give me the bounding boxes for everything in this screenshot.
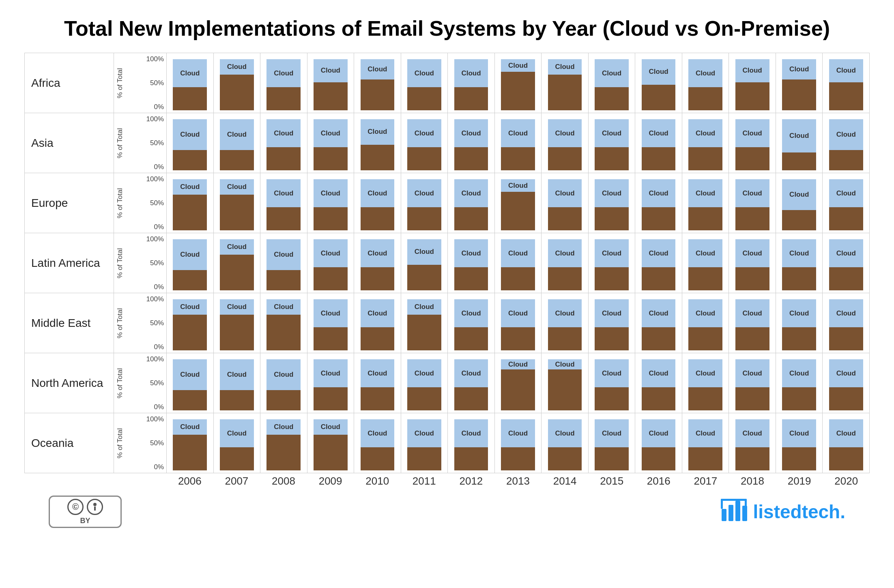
onprem-bar-1-9 — [595, 147, 629, 170]
cloud-bar-4-11: Cloud — [688, 299, 722, 327]
region-label-asia: Asia — [25, 113, 114, 173]
onprem-bar-5-7 — [501, 369, 535, 410]
cloud-bar-5-6: Cloud — [454, 359, 488, 387]
onprem-bar-1-8 — [548, 147, 582, 170]
onprem-bar-0-7 — [501, 72, 535, 110]
cloud-bar-2-2: Cloud — [266, 179, 301, 207]
onprem-bar-0-8 — [548, 75, 582, 110]
bar-cell-2-4: Cloud — [354, 173, 401, 233]
cloud-bar-3-4: Cloud — [361, 239, 395, 267]
onprem-bar-1-6 — [454, 147, 488, 170]
svg-rect-8 — [745, 499, 747, 509]
onprem-bar-1-12 — [735, 147, 769, 170]
cloud-bar-3-7: Cloud — [501, 239, 535, 267]
onprem-bar-5-0 — [173, 390, 207, 410]
bar-cell-3-3: Cloud — [307, 233, 355, 293]
cloud-bar-4-3: Cloud — [314, 299, 348, 327]
bar-cell-3-0: Cloud — [167, 233, 214, 293]
cloud-bar-1-12: Cloud — [735, 119, 769, 147]
bar-cell-2-0: Cloud — [167, 173, 214, 233]
cloud-bar-2-9: Cloud — [595, 179, 629, 207]
cloud-bar-1-14: Cloud — [829, 119, 863, 150]
cloud-bar-0-9: Cloud — [595, 59, 629, 87]
onprem-bar-2-12 — [735, 207, 769, 230]
cloud-bar-4-5: Cloud — [407, 299, 441, 315]
onprem-bar-3-4 — [361, 267, 395, 290]
bar-cell-6-8: Cloud — [542, 413, 589, 473]
cloud-bar-2-3: Cloud — [314, 179, 348, 207]
yaxis-cell-0: % of Total100%50%0% — [114, 53, 167, 113]
bar-cell-0-2: Cloud — [260, 53, 307, 113]
cloud-bar-2-6: Cloud — [454, 179, 488, 207]
svg-rect-2 — [722, 509, 726, 521]
onprem-bar-3-10 — [642, 267, 676, 290]
onprem-bar-4-2 — [266, 315, 301, 350]
bar-cell-6-3: Cloud — [307, 413, 355, 473]
cloud-bar-0-3: Cloud — [314, 59, 348, 82]
onprem-bar-4-7 — [501, 327, 535, 350]
onprem-bar-6-8 — [548, 447, 582, 470]
bar-cell-5-12: Cloud — [729, 353, 776, 413]
bar-cell-2-14: Cloud — [823, 173, 870, 233]
cloud-bar-0-4: Cloud — [361, 59, 395, 79]
onprem-bar-2-0 — [173, 195, 207, 230]
cloud-bar-5-9: Cloud — [595, 359, 629, 387]
cloud-bar-2-4: Cloud — [361, 179, 395, 207]
yaxis-cell-1: % of Total100%50%0% — [114, 113, 167, 173]
bar-cell-6-13: Cloud — [776, 413, 823, 473]
onprem-bar-5-11 — [688, 387, 722, 410]
year-label-2012: 2012 — [448, 475, 495, 487]
onprem-bar-0-13 — [782, 79, 816, 110]
onprem-bar-5-10 — [642, 387, 676, 410]
cloud-bar-5-11: Cloud — [688, 359, 722, 387]
onprem-bar-2-8 — [548, 207, 582, 230]
onprem-bar-4-14 — [829, 327, 863, 350]
bar-cell-1-1: Cloud — [214, 113, 261, 173]
bar-cell-5-11: Cloud — [682, 353, 729, 413]
cloud-bar-6-9: Cloud — [595, 419, 629, 447]
year-row: 2006200720082009201020112012201320142015… — [24, 475, 870, 487]
onprem-bar-5-8 — [548, 369, 582, 410]
cloud-bar-5-8: Cloud — [548, 359, 582, 369]
onprem-bar-0-3 — [314, 82, 348, 110]
bar-cell-0-8: Cloud — [542, 53, 589, 113]
cloud-bar-3-3: Cloud — [314, 239, 348, 267]
bar-cell-4-11: Cloud — [682, 293, 729, 353]
chart-grid: Africa% of Total100%50%0%CloudCloudCloud… — [24, 53, 870, 473]
onprem-bar-2-7 — [501, 192, 535, 230]
onprem-bar-6-14 — [829, 447, 863, 470]
year-label-2017: 2017 — [682, 475, 729, 487]
onprem-bar-1-10 — [642, 147, 676, 170]
cloud-bar-6-5: Cloud — [407, 419, 441, 447]
bar-cell-5-13: Cloud — [776, 353, 823, 413]
cloud-bar-5-14: Cloud — [829, 359, 863, 387]
cloud-bar-0-1: Cloud — [220, 59, 254, 75]
bar-cell-1-5: Cloud — [401, 113, 448, 173]
bar-cell-3-1: Cloud — [214, 233, 261, 293]
cloud-bar-1-5: Cloud — [407, 119, 441, 147]
year-label-2015: 2015 — [588, 475, 635, 487]
bar-cell-3-2: Cloud — [260, 233, 307, 293]
bar-cell-0-3: Cloud — [307, 53, 355, 113]
bar-cell-5-7: Cloud — [495, 353, 542, 413]
bar-cell-6-14: Cloud — [823, 413, 870, 473]
bar-cell-0-1: Cloud — [214, 53, 261, 113]
cloud-bar-0-0: Cloud — [173, 59, 207, 87]
bar-cell-6-9: Cloud — [589, 413, 636, 473]
cloud-bar-4-9: Cloud — [595, 299, 629, 327]
bar-cell-1-13: Cloud — [776, 113, 823, 173]
cloud-bar-0-12: Cloud — [735, 59, 769, 82]
onprem-bar-3-3 — [314, 267, 348, 290]
cloud-bar-6-8: Cloud — [548, 419, 582, 447]
cloud-bar-1-8: Cloud — [548, 119, 582, 147]
year-label-2007: 2007 — [213, 475, 260, 487]
cloud-bar-6-12: Cloud — [735, 419, 769, 447]
cloud-bar-6-7: Cloud — [501, 419, 535, 447]
cloud-bar-1-10: Cloud — [642, 119, 676, 147]
cloud-bar-3-13: Cloud — [782, 239, 816, 267]
cloud-bar-5-7: Cloud — [501, 359, 535, 369]
bar-cell-5-2: Cloud — [260, 353, 307, 413]
cloud-bar-5-4: Cloud — [361, 359, 395, 387]
bar-cell-5-5: Cloud — [401, 353, 448, 413]
bar-cell-1-14: Cloud — [823, 113, 870, 173]
